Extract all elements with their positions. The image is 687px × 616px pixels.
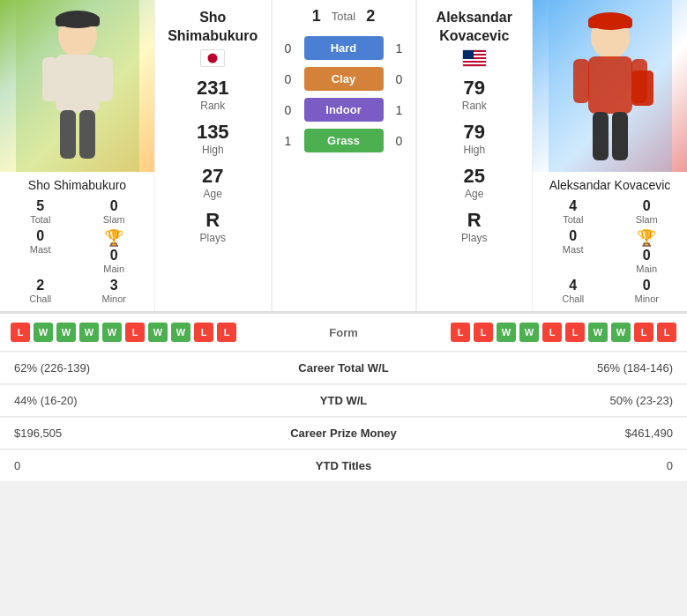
left-minor: 3 Minor	[81, 278, 148, 304]
career-wl-row: 62% (226-139) Career Total W/L 56% (184-…	[0, 352, 687, 383]
indoor-right-score: 1	[391, 103, 408, 117]
grass-surface-btn[interactable]: Grass	[304, 129, 384, 152]
right-main-value: 0	[643, 248, 651, 263]
right-slam-value: 0	[643, 198, 651, 214]
form-badge-w: W	[79, 323, 99, 342]
right-chall-value: 4	[569, 278, 577, 293]
hard-right-score: 1	[391, 41, 408, 56]
form-badge-w: W	[56, 323, 76, 342]
total-row: 1 Total 2	[312, 7, 376, 26]
left-total-label: Total	[30, 214, 50, 225]
right-player-silhouette	[533, 0, 687, 172]
right-plays-stat: R Plays	[461, 209, 487, 244]
left-ytd-titles: 0	[14, 459, 256, 472]
form-badge-l: L	[451, 323, 470, 342]
left-player-card: Sho Shimabukuro 5 Total 0 Slam 0 Mast 🏆 …	[0, 0, 154, 311]
right-minor: 0 Minor	[614, 278, 681, 304]
left-center-name: Sho Shimabukuro	[168, 9, 258, 46]
right-mast-label: Mast	[563, 244, 584, 255]
left-slam-value: 0	[110, 198, 118, 214]
clay-left-score: 0	[280, 72, 297, 86]
ytd-titles-row: 0 YTD Titles 0	[0, 449, 687, 481]
form-badge-l: L	[125, 323, 145, 342]
clay-surface-btn[interactable]: Clay	[304, 67, 384, 91]
form-badge-l: L	[565, 323, 585, 342]
left-player-name: Sho Shimabukuro	[25, 172, 130, 195]
right-player-name: Aleksandar Kovacevic	[546, 172, 675, 195]
right-rank-value: 79	[464, 77, 485, 100]
left-center-stats: Sho Shimabukuro 231 Rank 135 High 27 Age…	[154, 0, 272, 311]
right-ytd-wl: 50% (23-23)	[432, 394, 674, 407]
svg-rect-17	[588, 18, 632, 28]
left-total-value: 5	[36, 198, 44, 214]
right-minor-value: 0	[643, 278, 651, 293]
svg-rect-11	[588, 56, 632, 114]
right-career-wl: 56% (184-146)	[432, 361, 674, 375]
right-trophy-main: 🏆 0 Main	[614, 228, 681, 274]
right-plays-label: Plays	[461, 232, 487, 244]
indoor-surface-btn[interactable]: Indoor	[304, 98, 384, 122]
grass-left-score: 1	[280, 134, 297, 148]
svg-rect-14	[593, 112, 609, 160]
left-prize: $196,505	[14, 427, 256, 440]
prize-label: Career Prize Money	[256, 427, 432, 440]
right-plays-value: R	[467, 209, 482, 232]
left-player-silhouette	[0, 0, 154, 172]
right-stats-grid: 4 Total 0 Slam 0 Mast 🏆 0 Main 4	[533, 195, 687, 311]
form-badge-w: W	[102, 323, 122, 342]
svg-rect-5	[60, 110, 76, 159]
form-badge-w: W	[611, 323, 631, 342]
right-main-label: Main	[636, 263, 657, 274]
right-player-photo	[533, 0, 687, 172]
left-plays-stat: R Plays	[200, 209, 226, 244]
form-badge-w: W	[497, 323, 516, 342]
right-total-value: 4	[569, 198, 577, 214]
right-age-value: 25	[464, 165, 485, 188]
right-flag	[462, 49, 487, 71]
hard-left-score: 0	[280, 41, 297, 56]
form-badge-l: L	[657, 323, 676, 342]
right-total-label: Total	[563, 214, 583, 225]
right-trophy-icon: 🏆	[637, 228, 656, 248]
surface-clay-row: 0 Clay 0	[280, 67, 408, 91]
hard-surface-btn[interactable]: Hard	[304, 36, 384, 60]
right-high-value: 79	[464, 121, 485, 144]
right-slam-label: Slam	[636, 214, 658, 225]
left-mast-value: 0	[36, 228, 44, 244]
svg-rect-2	[56, 55, 100, 112]
svg-rect-18	[631, 71, 653, 106]
form-badge-l: L	[474, 323, 493, 342]
left-main-value: 0	[110, 248, 118, 263]
left-slam: 0 Slam	[81, 198, 148, 225]
right-minor-label: Minor	[634, 293, 659, 304]
form-badge-l: L	[11, 323, 30, 342]
us-flag	[462, 49, 487, 67]
left-mast: 0 Mast	[7, 228, 74, 274]
right-high-stat: 79 High	[463, 121, 485, 156]
surface-indoor-row: 0 Indoor 1	[280, 98, 408, 122]
right-player-card: Aleksandar Kovacevic 4 Total 0 Slam 0 Ma…	[533, 0, 687, 311]
left-chall-value: 2	[36, 278, 44, 293]
form-badge-l: L	[217, 323, 236, 342]
left-high-stat: 135 High	[197, 121, 229, 156]
indoor-left-score: 0	[280, 103, 297, 117]
grass-right-score: 0	[391, 134, 408, 148]
svg-rect-3	[42, 57, 58, 101]
surface-grass-row: 1 Grass 0	[280, 129, 408, 152]
right-high-label: High	[463, 144, 485, 156]
left-chall: 2 Chall	[7, 278, 74, 304]
right-ytd-titles: 0	[432, 459, 674, 472]
form-badge-w: W	[588, 323, 608, 342]
left-high-value: 135	[197, 121, 229, 144]
right-mast: 0 Mast	[540, 228, 607, 274]
main-container: Sho Shimabukuro 5 Total 0 Slam 0 Mast 🏆 …	[0, 0, 687, 481]
right-prize: $461,490	[432, 427, 674, 440]
left-plays-value: R	[205, 209, 220, 232]
player-comparison: Sho Shimabukuro 5 Total 0 Slam 0 Mast 🏆 …	[0, 0, 687, 312]
ytd-wl-row: 44% (16-20) YTD W/L 50% (23-23)	[0, 384, 687, 416]
left-age-value: 27	[202, 165, 223, 188]
right-center-stats: Aleksandar Kovacevic 79 Rank 79 High 25 …	[416, 0, 534, 311]
right-mast-value: 0	[569, 228, 577, 244]
form-badge-l: L	[634, 323, 653, 342]
left-ytd-wl: 44% (16-20)	[14, 394, 256, 407]
